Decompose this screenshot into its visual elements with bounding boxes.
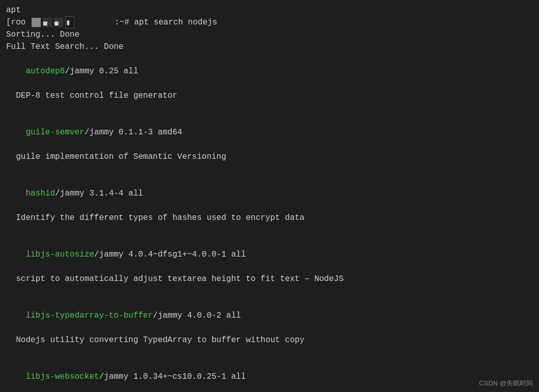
pkg-rest-libjs-typedarray: /jammy 4.0.0-2 all xyxy=(153,311,241,320)
pkg-libjs-autosize: libjs-autosize/jammy 4.0.4~dfsg1+~4.0.0-… xyxy=(6,236,533,273)
pkg-guile-semver: guile-semver/jammy 0.1.1-3 amd64 xyxy=(6,114,533,151)
sorting-line: Sorting... Done xyxy=(6,29,533,41)
prompt-block-4: ▮ xyxy=(65,16,74,29)
pkg-rest-libjs-autosize: /jammy 4.0.4~dfsg1+~4.0.0-1 all xyxy=(94,250,246,259)
pkg-libjs-websocket: libjs-websocket/jammy 1.0.34+~cs10.0.25-… xyxy=(6,358,533,392)
desc-autodep8: DEP-8 test control file generator xyxy=(6,90,533,102)
pkg-name-hashid: hashid xyxy=(25,189,55,198)
pkg-rest-autodep8: /jammy 0.25 all xyxy=(65,67,138,76)
spacer-2 xyxy=(6,163,533,175)
pkg-name-libjs-websocket: libjs-websocket xyxy=(25,372,99,381)
pkg-name-guile-semver: guile-semver xyxy=(25,128,84,137)
apt-line: apt xyxy=(6,4,533,16)
pkg-name-libjs-typedarray: libjs-typedarray-to-buffer xyxy=(25,311,153,320)
spacer-4 xyxy=(6,285,533,297)
watermark: CSDN @失眠时间 xyxy=(479,378,533,388)
prompt-block-2: ■ xyxy=(43,18,52,27)
pkg-libjs-typedarray: libjs-typedarray-to-buffer/jammy 4.0.0-2… xyxy=(6,297,533,334)
pkg-rest-guile-semver: /jammy 0.1.1-3 amd64 xyxy=(85,128,182,137)
spacer-5 xyxy=(6,346,533,358)
pkg-rest-hashid: /jammy 3.1.4-4 all xyxy=(55,189,143,198)
desc-hashid: Identify the different types of hashes u… xyxy=(6,212,533,224)
terminal-window: apt [roo ■ ■ ▮ :~# apt search nodejs Sor… xyxy=(0,0,539,392)
prompt-block-1 xyxy=(32,18,41,27)
fulltext-line: Full Text Search... Done xyxy=(6,41,533,53)
pkg-rest-libjs-websocket: /jammy 1.0.34+~cs10.0.25-1 all xyxy=(99,372,246,381)
pkg-name-autodep8: autodep8 xyxy=(25,67,65,76)
pkg-autodep8: autodep8/jammy 0.25 all xyxy=(6,53,533,90)
prompt-command: :~# apt search nodejs xyxy=(75,16,217,29)
spacer-3 xyxy=(6,224,533,236)
prompt-line: [roo ■ ■ ▮ :~# apt search nodejs xyxy=(6,16,533,29)
pkg-name-libjs-autosize: libjs-autosize xyxy=(25,250,94,259)
prompt-block-3: ■ xyxy=(54,18,63,27)
spacer-1 xyxy=(6,102,533,114)
desc-guile-semver: guile implementation of Semantic Version… xyxy=(6,151,533,163)
desc-libjs-typedarray: Nodejs utility converting TypedArray to … xyxy=(6,334,533,346)
desc-libjs-autosize: script to automatically adjust textarea … xyxy=(6,273,533,285)
prompt-text: [roo xyxy=(6,16,31,29)
pkg-hashid: hashid/jammy 3.1.4-4 all xyxy=(6,175,533,212)
